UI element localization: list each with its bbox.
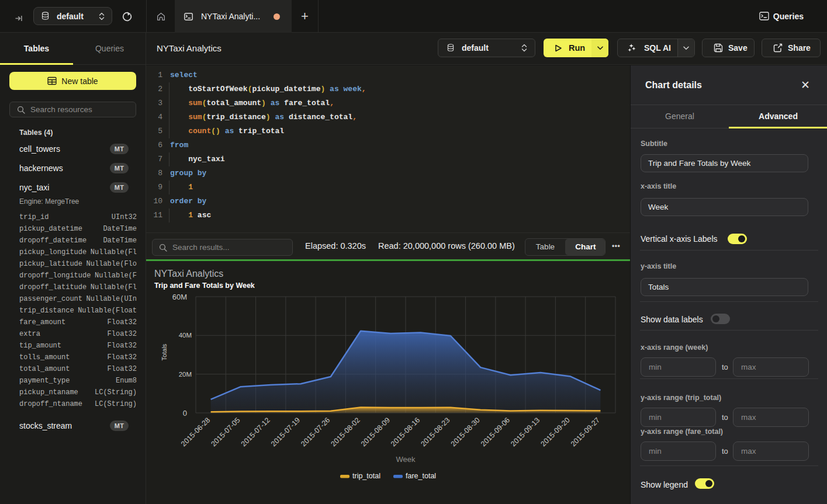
svg-text:2015-09-20: 2015-09-20: [539, 416, 572, 448]
svg-text:2015-09-13: 2015-09-13: [509, 416, 541, 448]
svg-text:Week: Week: [396, 455, 416, 464]
svg-text:2015-08-09: 2015-08-09: [359, 416, 392, 448]
svg-text:2015-09-06: 2015-09-06: [479, 416, 511, 448]
svg-text:2015-07-12: 2015-07-12: [240, 416, 272, 448]
svg-text:fare_total: fare_total: [406, 472, 436, 480]
svg-text:NYTaxi Analytics: NYTaxi Analytics: [154, 269, 223, 279]
svg-text:Trip and Fare Totals by Week: Trip and Fare Totals by Week: [154, 281, 255, 290]
svg-text:Totals: Totals: [161, 343, 168, 360]
svg-text:2015-08-30: 2015-08-30: [449, 416, 482, 448]
svg-text:2015-07-19: 2015-07-19: [269, 416, 302, 448]
svg-text:40M: 40M: [179, 332, 192, 339]
svg-text:2015-07-05: 2015-07-05: [209, 416, 241, 448]
svg-text:trip_total: trip_total: [352, 472, 380, 480]
svg-text:2015-09-27: 2015-09-27: [569, 416, 601, 448]
svg-text:20M: 20M: [179, 371, 192, 378]
svg-text:2015-06-28: 2015-06-28: [179, 416, 212, 448]
svg-text:2015-08-02: 2015-08-02: [330, 416, 362, 448]
svg-text:2015-08-16: 2015-08-16: [389, 416, 421, 448]
svg-text:60M: 60M: [172, 293, 187, 301]
svg-text:0: 0: [183, 409, 187, 418]
svg-text:2015-07-26: 2015-07-26: [299, 416, 331, 448]
svg-text:2015-08-23: 2015-08-23: [419, 416, 451, 448]
